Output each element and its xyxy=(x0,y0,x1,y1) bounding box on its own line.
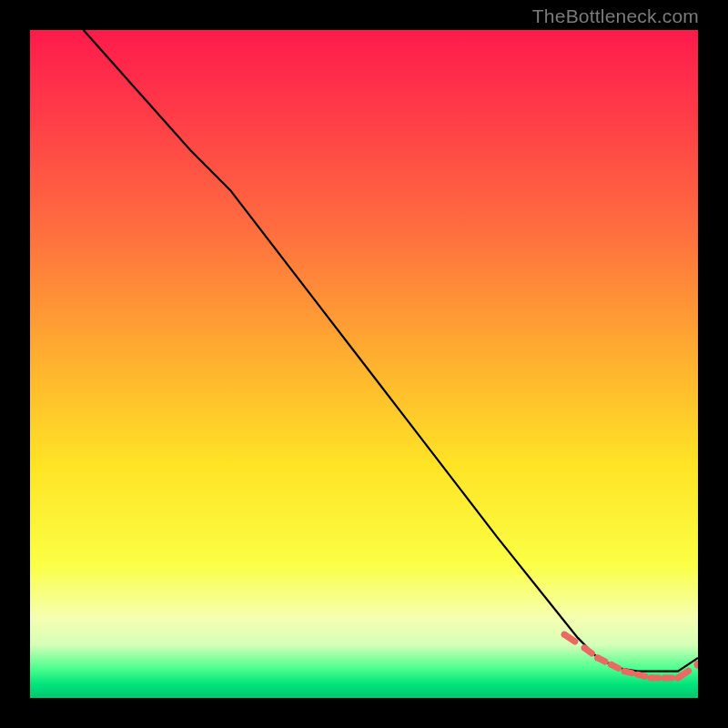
svg-point-9 xyxy=(622,668,628,674)
svg-point-11 xyxy=(634,672,641,678)
svg-point-17 xyxy=(674,674,681,681)
chart-svg xyxy=(30,30,698,698)
svg-point-1 xyxy=(561,632,568,638)
plot-area xyxy=(30,30,698,698)
svg-point-13 xyxy=(648,674,654,681)
outer-frame: TheBottleneck.com xyxy=(0,0,728,728)
watermark-text: TheBottleneck.com xyxy=(532,5,699,27)
svg-point-7 xyxy=(608,662,614,668)
svg-point-5 xyxy=(594,654,601,661)
svg-point-3 xyxy=(581,644,588,651)
svg-point-15 xyxy=(662,674,668,681)
